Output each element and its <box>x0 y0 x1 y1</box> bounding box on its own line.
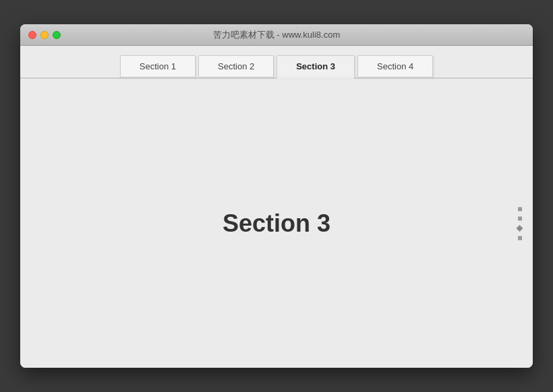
app-window: 苦力吧素材下载 - www.kuli8.com Section 1 Sectio… <box>20 24 533 368</box>
content-area: Section 1 Section 2 Section 3 Section 4 … <box>20 46 533 368</box>
maximize-button[interactable] <box>53 31 61 39</box>
window-title: 苦力吧素材下载 - www.kuli8.com <box>213 29 341 41</box>
tab-section4[interactable]: Section 4 <box>357 55 433 77</box>
nav-dot-1[interactable] <box>518 207 522 211</box>
traffic-lights <box>28 31 61 39</box>
nav-dots <box>517 207 522 240</box>
main-content: Section 3 <box>20 79 533 368</box>
nav-dot-active[interactable] <box>517 225 523 232</box>
active-section-title: Section 3 <box>223 209 330 238</box>
nav-dot-4[interactable] <box>518 236 522 240</box>
close-button[interactable] <box>28 31 36 39</box>
titlebar: 苦力吧素材下载 - www.kuli8.com <box>20 24 533 46</box>
nav-dot-2[interactable] <box>518 216 522 220</box>
tab-section3[interactable]: Section 3 <box>276 55 355 77</box>
minimize-button[interactable] <box>40 31 49 39</box>
tab-section1[interactable]: Section 1 <box>120 55 196 77</box>
tab-section2[interactable]: Section 2 <box>198 55 274 77</box>
tabs-bar: Section 1 Section 2 Section 3 Section 4 <box>20 46 533 77</box>
